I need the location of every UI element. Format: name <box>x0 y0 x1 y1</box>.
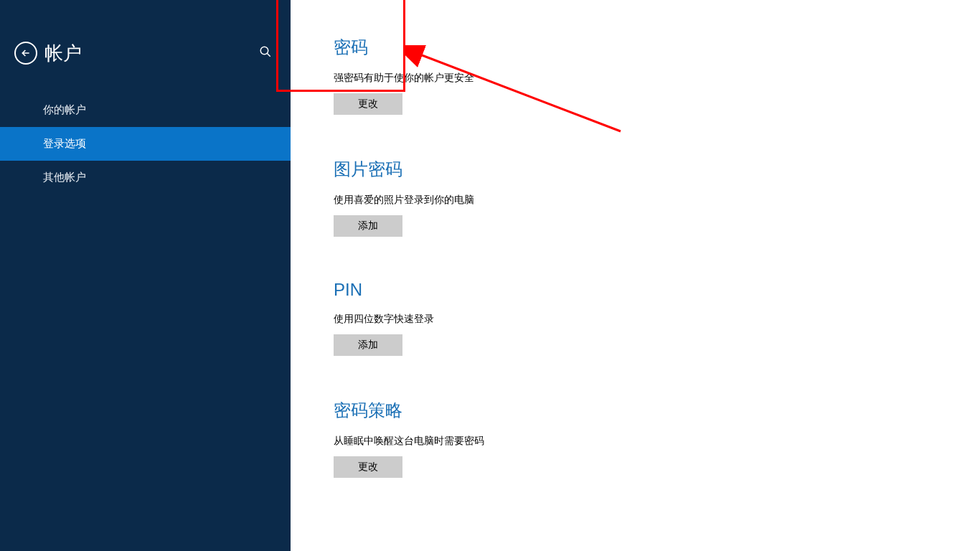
back-button[interactable] <box>14 42 37 65</box>
svg-line-1 <box>267 53 270 57</box>
section-password: 密码 强密码有助于使你的帐户更安全 更改 <box>334 36 980 115</box>
sidebar-item-signin-options[interactable]: 登录选项 <box>0 127 291 161</box>
section-title-pin: PIN <box>334 280 980 300</box>
section-title-password: 密码 <box>334 36 980 59</box>
section-title-password-policy: 密码策略 <box>334 399 980 422</box>
change-password-policy-button[interactable]: 更改 <box>334 456 402 478</box>
content: 密码 强密码有助于使你的帐户更安全 更改 图片密码 使用喜爱的照片登录到你的电脑… <box>291 0 980 551</box>
section-pin: PIN 使用四位数字快速登录 添加 <box>334 280 980 356</box>
search-icon <box>259 45 272 58</box>
add-pin-button[interactable]: 添加 <box>334 334 402 356</box>
sidebar-header: 帐户 <box>0 0 291 72</box>
sidebar-item-label: 你的帐户 <box>43 103 86 116</box>
section-desc-password-policy: 从睡眠中唤醒这台电脑时需要密码 <box>334 435 980 448</box>
section-desc-password: 强密码有助于使你的帐户更安全 <box>334 72 980 85</box>
page-title: 帐户 <box>44 41 255 66</box>
change-password-button[interactable]: 更改 <box>334 93 402 115</box>
sidebar-item-your-account[interactable]: 你的帐户 <box>0 93 291 127</box>
section-password-policy: 密码策略 从睡眠中唤醒这台电脑时需要密码 更改 <box>334 399 980 478</box>
sidebar-item-label: 登录选项 <box>43 137 86 149</box>
sidebar-item-label: 其他帐户 <box>43 171 86 183</box>
sidebar-nav: 你的帐户 登录选项 其他帐户 <box>0 93 291 194</box>
section-picture-password: 图片密码 使用喜爱的照片登录到你的电脑 添加 <box>334 158 980 237</box>
sidebar-item-other-accounts[interactable]: 其他帐户 <box>0 161 291 194</box>
section-desc-picture-password: 使用喜爱的照片登录到你的电脑 <box>334 194 980 207</box>
search-button[interactable] <box>255 41 276 65</box>
section-desc-pin: 使用四位数字快速登录 <box>334 313 980 326</box>
add-picture-password-button[interactable]: 添加 <box>334 215 402 237</box>
section-title-picture-password: 图片密码 <box>334 158 980 181</box>
svg-point-0 <box>260 47 268 55</box>
sidebar: 帐户 你的帐户 登录选项 其他帐户 <box>0 0 291 551</box>
arrow-left-icon <box>20 47 32 59</box>
